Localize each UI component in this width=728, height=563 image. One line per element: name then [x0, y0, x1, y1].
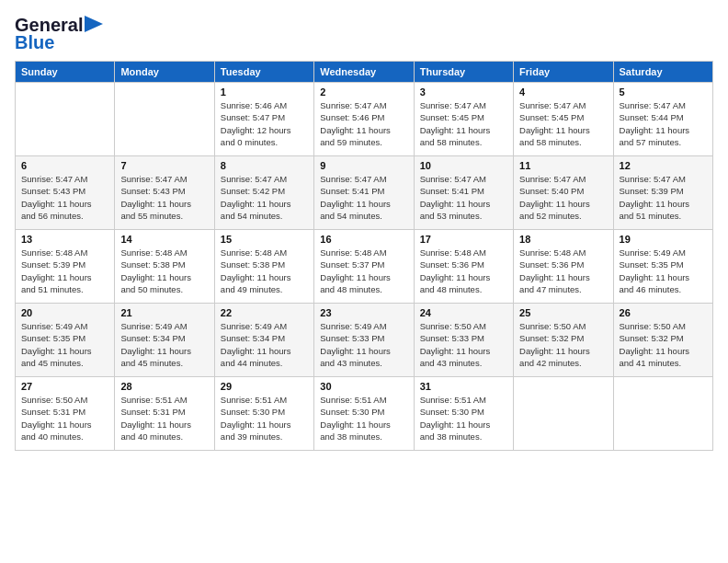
day-number: 1 — [221, 86, 308, 98]
calendar-cell: 31Sunrise: 5:51 AMSunset: 5:30 PMDayligh… — [414, 377, 513, 451]
calendar-cell: 17Sunrise: 5:48 AMSunset: 5:36 PMDayligh… — [414, 230, 513, 304]
cell-content: Sunrise: 5:47 AMSunset: 5:46 PMDaylight:… — [320, 99, 407, 148]
day-number: 9 — [320, 160, 407, 171]
calendar-cell: 12Sunrise: 5:47 AMSunset: 5:39 PMDayligh… — [613, 156, 712, 230]
calendar-cell: 19Sunrise: 5:49 AMSunset: 5:35 PMDayligh… — [613, 230, 712, 304]
day-number: 15 — [221, 234, 308, 245]
calendar-cell: 8Sunrise: 5:47 AMSunset: 5:42 PMDaylight… — [214, 156, 313, 230]
cell-content: Sunrise: 5:49 AMSunset: 5:34 PMDaylight:… — [120, 320, 208, 369]
cell-content: Sunrise: 5:47 AMSunset: 5:45 PMDaylight:… — [519, 99, 607, 148]
calendar-cell: 15Sunrise: 5:48 AMSunset: 5:38 PMDayligh… — [214, 230, 313, 304]
week-row-0: 1Sunrise: 5:46 AMSunset: 5:47 PMDaylight… — [16, 83, 713, 156]
calendar-table: SundayMondayTuesdayWednesdayThursdayFrid… — [15, 61, 713, 451]
cell-content: Sunrise: 5:48 AMSunset: 5:37 PMDaylight:… — [320, 247, 407, 295]
header-thursday: Thursday — [414, 62, 513, 83]
calendar-cell: 26Sunrise: 5:50 AMSunset: 5:32 PMDayligh… — [613, 304, 712, 377]
calendar-cell: 9Sunrise: 5:47 AMSunset: 5:41 PMDaylight… — [314, 156, 414, 230]
calendar-cell: 18Sunrise: 5:48 AMSunset: 5:36 PMDayligh… — [514, 230, 613, 304]
header-saturday: Saturday — [613, 62, 712, 83]
cell-content: Sunrise: 5:50 AMSunset: 5:32 PMDaylight:… — [519, 320, 607, 369]
header-friday: Friday — [514, 62, 613, 83]
cell-content: Sunrise: 5:49 AMSunset: 5:33 PMDaylight:… — [320, 320, 407, 369]
week-row-4: 27Sunrise: 5:50 AMSunset: 5:31 PMDayligh… — [16, 377, 713, 451]
calendar-cell: 3Sunrise: 5:47 AMSunset: 5:45 PMDaylight… — [414, 83, 513, 156]
cell-content: Sunrise: 5:47 AMSunset: 5:45 PMDaylight:… — [420, 99, 507, 148]
calendar-cell: 22Sunrise: 5:49 AMSunset: 5:34 PMDayligh… — [214, 304, 313, 377]
day-number: 10 — [420, 160, 507, 171]
cell-content: Sunrise: 5:47 AMSunset: 5:43 PMDaylight:… — [120, 173, 208, 222]
cell-content: Sunrise: 5:51 AMSunset: 5:30 PMDaylight:… — [420, 394, 507, 442]
cell-content: Sunrise: 5:51 AMSunset: 5:30 PMDaylight:… — [320, 394, 407, 442]
day-number: 22 — [221, 307, 308, 318]
cell-content: Sunrise: 5:50 AMSunset: 5:32 PMDaylight:… — [620, 320, 707, 369]
page-header: General Blue — [15, 15, 713, 53]
calendar-cell: 14Sunrise: 5:48 AMSunset: 5:38 PMDayligh… — [115, 230, 214, 304]
day-number: 8 — [221, 160, 308, 171]
cell-content: Sunrise: 5:48 AMSunset: 5:38 PMDaylight:… — [221, 247, 308, 295]
cell-content: Sunrise: 5:47 AMSunset: 5:41 PMDaylight:… — [420, 173, 507, 222]
cell-content: Sunrise: 5:47 AMSunset: 5:44 PMDaylight:… — [620, 99, 707, 148]
day-number: 23 — [320, 307, 407, 318]
day-number: 11 — [519, 160, 607, 171]
day-number: 19 — [620, 234, 707, 245]
cell-content: Sunrise: 5:49 AMSunset: 5:35 PMDaylight:… — [620, 247, 707, 295]
cell-content: Sunrise: 5:49 AMSunset: 5:34 PMDaylight:… — [221, 320, 308, 369]
day-number: 18 — [519, 234, 607, 245]
day-number: 26 — [620, 307, 707, 318]
calendar-cell: 6Sunrise: 5:47 AMSunset: 5:43 PMDaylight… — [16, 156, 115, 230]
cell-content: Sunrise: 5:48 AMSunset: 5:38 PMDaylight:… — [120, 247, 208, 295]
day-number: 21 — [120, 307, 208, 318]
calendar-cell: 2Sunrise: 5:47 AMSunset: 5:46 PMDaylight… — [314, 83, 414, 156]
calendar-cell — [115, 83, 214, 156]
day-number: 31 — [420, 381, 507, 392]
day-number: 14 — [120, 234, 208, 245]
calendar-cell: 23Sunrise: 5:49 AMSunset: 5:33 PMDayligh… — [314, 304, 414, 377]
calendar-cell: 25Sunrise: 5:50 AMSunset: 5:32 PMDayligh… — [514, 304, 613, 377]
day-number: 16 — [320, 234, 407, 245]
header-monday: Monday — [115, 62, 214, 83]
week-row-1: 6Sunrise: 5:47 AMSunset: 5:43 PMDaylight… — [16, 156, 713, 230]
calendar-cell: 7Sunrise: 5:47 AMSunset: 5:43 PMDaylight… — [115, 156, 214, 230]
day-number: 2 — [320, 86, 407, 98]
cell-content: Sunrise: 5:51 AMSunset: 5:31 PMDaylight:… — [120, 394, 208, 442]
day-number: 3 — [420, 86, 507, 98]
cell-content: Sunrise: 5:47 AMSunset: 5:42 PMDaylight:… — [221, 173, 308, 222]
calendar-cell: 27Sunrise: 5:50 AMSunset: 5:31 PMDayligh… — [16, 377, 115, 451]
calendar-cell: 21Sunrise: 5:49 AMSunset: 5:34 PMDayligh… — [115, 304, 214, 377]
day-number: 17 — [420, 234, 507, 245]
cell-content: Sunrise: 5:48 AMSunset: 5:36 PMDaylight:… — [519, 247, 607, 295]
cell-content: Sunrise: 5:51 AMSunset: 5:30 PMDaylight:… — [221, 394, 308, 442]
cell-content: Sunrise: 5:47 AMSunset: 5:41 PMDaylight:… — [320, 173, 407, 222]
day-number: 4 — [519, 86, 607, 98]
day-number: 5 — [620, 86, 707, 98]
calendar-cell: 29Sunrise: 5:51 AMSunset: 5:30 PMDayligh… — [214, 377, 313, 451]
cell-content: Sunrise: 5:48 AMSunset: 5:39 PMDaylight:… — [21, 247, 108, 295]
cell-content: Sunrise: 5:47 AMSunset: 5:40 PMDaylight:… — [519, 173, 607, 222]
calendar-cell: 5Sunrise: 5:47 AMSunset: 5:44 PMDaylight… — [613, 83, 712, 156]
calendar-cell: 20Sunrise: 5:49 AMSunset: 5:35 PMDayligh… — [16, 304, 115, 377]
cell-content: Sunrise: 5:48 AMSunset: 5:36 PMDaylight:… — [420, 247, 507, 295]
cell-content: Sunrise: 5:47 AMSunset: 5:43 PMDaylight:… — [21, 173, 108, 222]
cell-content: Sunrise: 5:50 AMSunset: 5:33 PMDaylight:… — [420, 320, 507, 369]
day-number: 12 — [620, 160, 707, 171]
calendar-cell: 10Sunrise: 5:47 AMSunset: 5:41 PMDayligh… — [414, 156, 513, 230]
cell-content: Sunrise: 5:47 AMSunset: 5:39 PMDaylight:… — [620, 173, 707, 222]
calendar-cell: 4Sunrise: 5:47 AMSunset: 5:45 PMDaylight… — [514, 83, 613, 156]
day-number: 28 — [120, 381, 208, 392]
day-number: 29 — [221, 381, 308, 392]
header-tuesday: Tuesday — [214, 62, 313, 83]
cell-content: Sunrise: 5:49 AMSunset: 5:35 PMDaylight:… — [21, 320, 108, 369]
svg-marker-0 — [85, 16, 103, 32]
logo-arrow-icon — [85, 16, 103, 32]
header-sunday: Sunday — [16, 62, 115, 83]
day-number: 25 — [519, 307, 607, 318]
calendar-cell: 13Sunrise: 5:48 AMSunset: 5:39 PMDayligh… — [16, 230, 115, 304]
header-row: SundayMondayTuesdayWednesdayThursdayFrid… — [16, 62, 713, 83]
calendar-cell — [16, 83, 115, 156]
calendar-cell: 24Sunrise: 5:50 AMSunset: 5:33 PMDayligh… — [414, 304, 513, 377]
day-number: 20 — [21, 307, 108, 318]
day-number: 27 — [21, 381, 108, 392]
day-number: 30 — [320, 381, 407, 392]
day-number: 6 — [21, 160, 108, 171]
cell-content: Sunrise: 5:50 AMSunset: 5:31 PMDaylight:… — [21, 394, 108, 442]
